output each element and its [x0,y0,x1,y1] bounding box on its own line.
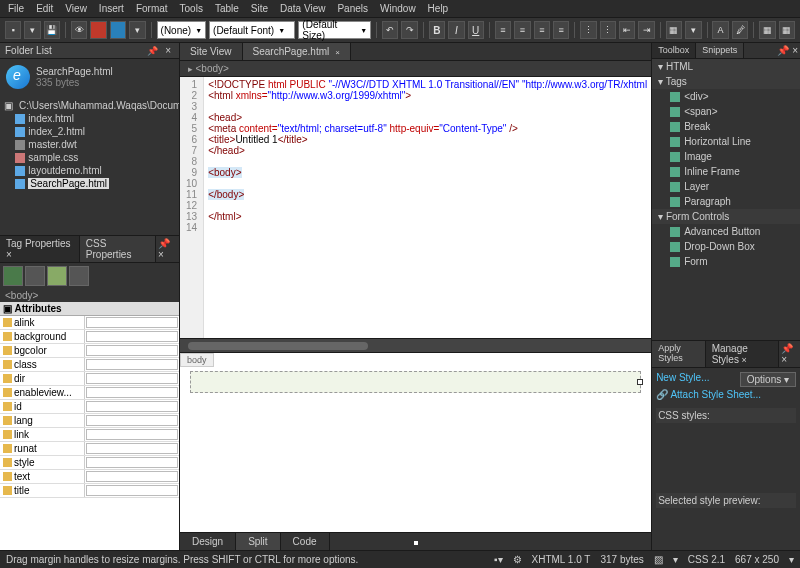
code-editor[interactable]: 1234567891011121314 <!DOCTYPE html PUBLI… [180,77,651,338]
folder-tree[interactable]: ▣C:\Users\Muhammad.Waqas\Documents\M... … [0,95,179,235]
open-button[interactable]: ▾ [24,21,40,39]
toolbox-section[interactable]: ▾ Form Controls [652,209,800,224]
menu-panels[interactable]: Panels [337,3,368,14]
toolbox-item[interactable]: Advanced Button [652,224,800,239]
list-bullet-button[interactable]: ⋮ [580,21,596,39]
tab-tag-properties[interactable]: Tag Properties × [0,236,80,262]
tab-toolbox[interactable]: Toolbox [652,43,696,58]
undo-button[interactable]: ↶ [382,21,398,39]
attr-row[interactable]: class [0,358,179,372]
tool-blue-icon[interactable] [110,21,126,39]
align-left-button[interactable]: ≡ [495,21,511,39]
list-number-button[interactable]: ⋮ [600,21,616,39]
menu-window[interactable]: Window [380,3,416,14]
tree-file[interactable]: index.html [4,112,175,125]
doc-tab[interactable]: SearchPage.html× [243,43,351,60]
toolbox-item[interactable]: <div> [652,89,800,104]
pin-icon[interactable]: 📌 [147,46,158,56]
body-element-box[interactable] [190,371,641,393]
status-mode-icon[interactable]: ⚙ [513,554,522,565]
new-style-link[interactable]: New Style... [656,372,709,383]
view-tab-code[interactable]: Code [281,533,330,550]
attr-row[interactable]: title [0,484,179,498]
attr-row[interactable]: dir [0,372,179,386]
toolbox-item[interactable]: Paragraph [652,194,800,209]
status-css-icon[interactable]: ▾ [673,554,678,565]
tree-file[interactable]: master.dwt [4,138,175,151]
attr-row[interactable]: id [0,400,179,414]
justify-button[interactable]: ≡ [553,21,569,39]
attr-row[interactable]: style [0,456,179,470]
pin-icon[interactable]: 📌 × [775,43,800,58]
font-select[interactable]: (Default Font)▼ [209,21,295,39]
attr-row[interactable]: background [0,330,179,344]
attr-row[interactable]: alink [0,316,179,330]
attr-row[interactable]: text [0,470,179,484]
prop-tool-1[interactable] [3,266,23,286]
toolbox-item[interactable]: Drop-Down Box [652,239,800,254]
save-button[interactable]: 💾 [44,21,60,39]
resize-handle-bottom[interactable] [413,540,419,546]
highlight-button[interactable]: 🖉 [732,21,748,39]
border-button[interactable]: ▦ [666,21,682,39]
menu-file[interactable]: File [8,3,24,14]
attr-row[interactable]: lang [0,414,179,428]
tree-root[interactable]: ▣C:\Users\Muhammad.Waqas\Documents\M... [4,99,175,112]
doc-tab[interactable]: Site View [180,43,243,60]
insert-button[interactable]: ▾ [685,21,701,39]
attr-row[interactable]: link [0,428,179,442]
toolbox-item[interactable]: Break [652,119,800,134]
underline-button[interactable]: U [468,21,484,39]
attach-stylesheet-link[interactable]: Attach Style Sheet... [670,389,761,400]
prop-tool-3[interactable] [47,266,67,286]
horizontal-scrollbar[interactable] [180,338,651,352]
more-button[interactable]: ▦ [779,21,795,39]
font-color-button[interactable]: A [712,21,728,39]
design-view[interactable]: body [180,352,651,532]
tab-css-properties[interactable]: CSS Properties [80,236,156,262]
indent-button[interactable]: ⇥ [638,21,654,39]
toolbox-section[interactable]: ▾ HTML [652,59,800,74]
tab-snippets[interactable]: Snippets [696,43,744,58]
menu-site[interactable]: Site [251,3,268,14]
tree-file[interactable]: layoutdemo.html [4,164,175,177]
tab-manage-styles[interactable]: Manage Styles × [706,341,779,367]
tool-red-icon[interactable] [90,21,106,39]
italic-button[interactable]: I [448,21,464,39]
menu-tools[interactable]: Tools [180,3,203,14]
tree-file[interactable]: sample.css [4,151,175,164]
table-button[interactable]: ▦ [759,21,775,39]
resize-handle-right[interactable] [637,379,643,385]
style-select[interactable]: (None)▼ [157,21,207,39]
prop-tool-2[interactable] [25,266,45,286]
breadcrumb[interactable]: ▸ <body> [180,61,651,77]
menu-help[interactable]: Help [428,3,449,14]
preview-button[interactable]: 👁 [71,21,87,39]
design-breadcrumb[interactable]: body [180,353,214,367]
toolbox-item[interactable]: <span> [652,104,800,119]
options-button[interactable]: Options ▾ [740,372,796,387]
attr-row[interactable]: bgcolor [0,344,179,358]
menu-insert[interactable]: Insert [99,3,124,14]
outdent-button[interactable]: ⇤ [619,21,635,39]
align-center-button[interactable]: ≡ [514,21,530,39]
align-right-button[interactable]: ≡ [534,21,550,39]
menu-edit[interactable]: Edit [36,3,53,14]
toolbox-panel[interactable]: ▾ HTML▾ Tags<div><span>BreakHorizontal L… [652,59,800,340]
tool-button[interactable]: ▾ [129,21,145,39]
close-icon[interactable]: × [162,45,174,56]
toolbox-item[interactable]: Layer [652,179,800,194]
new-button[interactable]: ▪ [5,21,21,39]
pin-icon[interactable]: 📌 × [779,341,800,367]
status-flag-icon[interactable]: ▪▾ [494,554,503,565]
toolbox-item[interactable]: Image [652,149,800,164]
attr-row[interactable]: enableview... [0,386,179,400]
view-tab-design[interactable]: Design [180,533,236,550]
menu-view[interactable]: View [65,3,87,14]
redo-button[interactable]: ↷ [401,21,417,39]
pin-icon[interactable]: 📌 × [156,236,179,262]
toolbox-section[interactable]: ▾ Tags [652,74,800,89]
tree-file[interactable]: index_2.html [4,125,175,138]
toolbox-item[interactable]: Horizontal Line [652,134,800,149]
tab-apply-styles[interactable]: Apply Styles [652,341,706,367]
